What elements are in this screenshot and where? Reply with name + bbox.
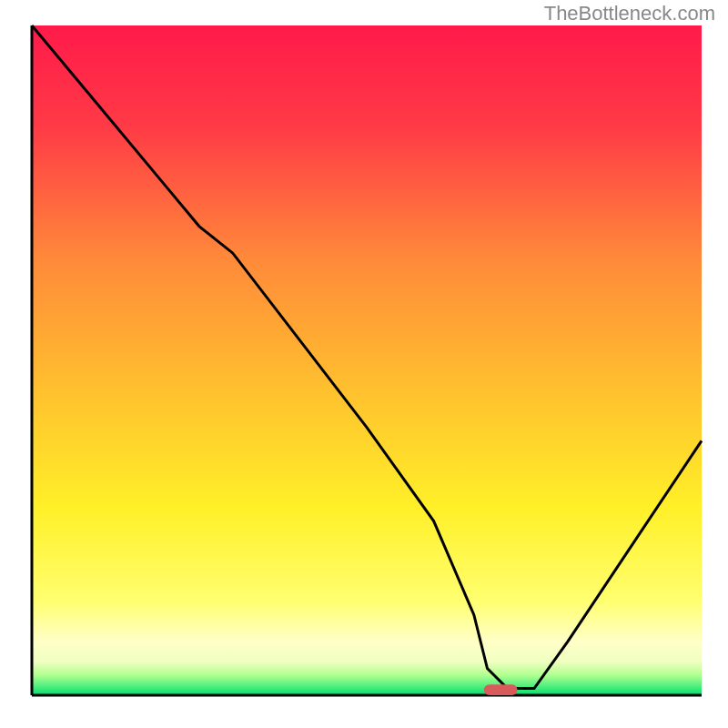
chart-container: TheBottleneck.com: [0, 0, 728, 728]
watermark-text: TheBottleneck.com: [544, 2, 715, 25]
bottleneck-curve: [32, 25, 702, 689]
optimal-marker: [484, 684, 518, 695]
chart-svg: [32, 25, 702, 695]
chart-plot-area: [32, 25, 702, 695]
